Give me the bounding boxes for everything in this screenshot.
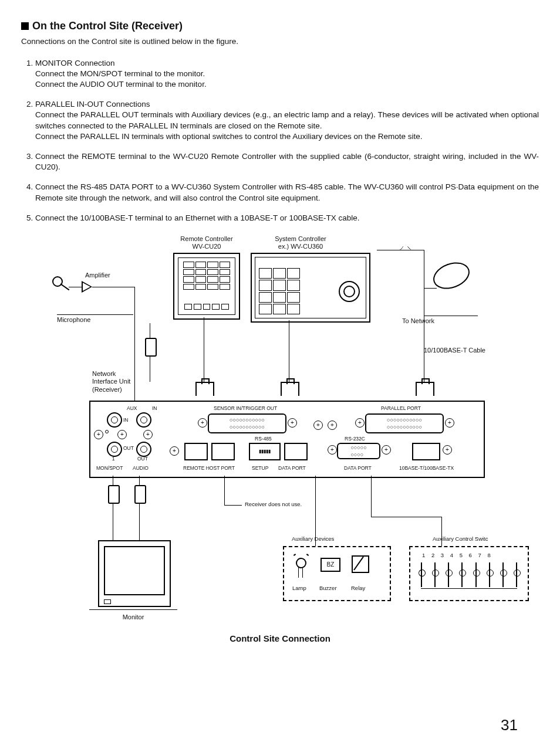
dataport1-label: DATA PORT: [278, 465, 306, 471]
receiver-unit: AUX IN IN + + + OUT 1 OUT MON/SPOT AUDIO…: [89, 401, 485, 478]
connector-icon: [134, 485, 146, 504]
connector-icon: [145, 338, 157, 357]
screw-icon: +: [328, 421, 337, 430]
title-text: On the Control Site (Receiver): [32, 20, 183, 32]
step-4-line-1: Connect the RS-485 DATA PORT to a WV-CU3…: [35, 182, 539, 202]
step-1: MONITOR Connection Connect the MON/SPOT …: [35, 58, 539, 90]
cable-label: 10/100BASE-T Cable: [424, 347, 485, 354]
intro-text: Connections on the Control site is outli…: [21, 36, 539, 47]
remote-host-port-label: REMOTE HOST PORT: [183, 465, 235, 471]
dip-switch-icon: ▮▮▮▮▮: [249, 443, 281, 460]
aux-switches-label: Auxiliary Control Switc: [433, 535, 488, 542]
niu-2: Interface Unit: [92, 378, 130, 385]
niu-1: Network: [92, 370, 116, 377]
microphone-label: Microphone: [57, 316, 90, 324]
one-label: 1: [107, 456, 120, 462]
rj-port-icon: [184, 443, 208, 460]
system-controller-icon: [251, 253, 370, 323]
rs485-label: RS-485: [255, 436, 272, 442]
rc-title: Remote Controller: [180, 235, 232, 242]
bnc-icon: [136, 442, 151, 457]
monspot-label: MON/SPOT: [96, 465, 123, 471]
step-4: Connect the RS-485 DATA PORT to a WV-CU3…: [35, 182, 539, 203]
step-2-line-2: Connect the PARALLEL IN terminals with o…: [35, 132, 423, 141]
sc-title: System Controller: [275, 235, 326, 242]
connection-diagram: Remote Controller WV-CU20 System Control…: [22, 235, 538, 646]
remote-controller-label: Remote Controller WV-CU20: [168, 235, 245, 250]
buzzer-icon: BZ: [321, 558, 340, 572]
rj45-icon: [281, 382, 299, 396]
bnc-icon: [107, 412, 122, 428]
step-5: Connect the 10/100BASE-T terminal to an …: [35, 213, 539, 223]
system-controller-label: System Controller ex.) WV-CU360: [257, 235, 345, 250]
rj45-icon: [195, 382, 214, 396]
screw-icon: +: [382, 445, 391, 455]
out2-label: OUT: [137, 456, 148, 462]
aux-devices-box: BZ Lamp Buzzer Relay: [283, 546, 391, 601]
step-2-head: PARALLEL IN-OUT Connections: [35, 99, 539, 110]
niu-label: Network Interface Unit (Receiver): [92, 370, 130, 394]
remote-controller-icon: [173, 253, 240, 320]
bnc-icon: [107, 442, 122, 457]
rc-model: WV-CU20: [193, 243, 221, 250]
sensor-trigger-label: SENSOR IN/TRIGGER OUT: [214, 405, 277, 411]
screw-icon: +: [117, 430, 127, 439]
section-title: On the Control Site (Receiver): [21, 19, 539, 33]
step-3: Connect the REMOTE terminal to the WV-CU…: [35, 151, 539, 172]
square-bullet-icon: [21, 22, 29, 30]
relay-label: Relay: [351, 585, 365, 591]
setup-label: SETUP: [252, 465, 268, 471]
to-network-label: To Network: [402, 317, 434, 325]
page-number: 31: [501, 715, 518, 735]
step-2-line-1: Connect the PARALLEL OUT terminals with …: [35, 110, 539, 130]
connector-icon: [108, 485, 120, 504]
rj-port-icon: [211, 443, 235, 460]
bnc-icon: [136, 412, 151, 428]
screw-icon: +: [198, 418, 207, 428]
rs232c-label: RS-232C: [345, 436, 365, 442]
lamp-label: Lamp: [292, 585, 306, 591]
screw-icon: +: [355, 418, 365, 428]
relay-icon: [352, 555, 369, 573]
step-1-head: MONITOR Connection: [35, 58, 539, 69]
rj-port-icon: [412, 443, 440, 460]
sc-model: ex.) WV-CU360: [278, 243, 323, 250]
receiver-note: Receiver does not use.: [245, 501, 302, 507]
audio-label: AUDIO: [133, 465, 149, 471]
switch-nums: 1 2 3 4 5 6 7 8: [422, 552, 493, 558]
screw-icon: +: [94, 430, 103, 439]
step-2: PARALLEL IN-OUT Connections Connect the …: [35, 99, 539, 142]
amplifier-icon: [82, 281, 92, 293]
step-5-line-1: Connect the 10/100BASE-T terminal to an …: [35, 213, 360, 222]
instruction-list: MONITOR Connection Connect the MON/SPOT …: [21, 58, 539, 224]
buzzer-label: Buzzer: [319, 585, 337, 591]
db-connector-icon: ○○○○○○○○○○○○○○○○○○○○○○: [208, 413, 286, 433]
monitor-label: Monitor: [110, 613, 157, 621]
screw-icon: +: [143, 430, 153, 439]
aux-switches-box: 1 2 3 4 5 6 7 8: [409, 546, 529, 601]
out-label: OUT: [123, 445, 134, 451]
rj45-icon: [416, 382, 434, 396]
monitor-icon: [98, 540, 171, 607]
in2-label: IN: [123, 417, 129, 423]
in-label: IN: [152, 405, 157, 411]
db-connector-icon: ○○○○○○○○○○○○○○○○○○○○○○: [365, 413, 444, 433]
step-1-line-2: Connect the AUDIO OUT terminal to the mo…: [35, 80, 207, 89]
rj-port-icon: [284, 443, 308, 460]
tbase-label: 10BASE-T/100BASE-TX: [399, 465, 454, 471]
aux-devices-label: Auxiliary Devices: [292, 535, 334, 542]
parallel-port-label: PARALLEL PORT: [381, 405, 421, 411]
dataport2-label: DATA PORT: [344, 465, 372, 471]
amplifier-label: Amplifier: [85, 272, 110, 279]
screw-icon: +: [170, 446, 179, 456]
diagram-caption: Control Site Connection: [22, 633, 538, 645]
aux-label: AUX: [127, 405, 137, 411]
step-1-line-1: Connect the MON/SPOT terminal to the mon…: [35, 69, 205, 78]
microphone-icon: [52, 276, 63, 287]
screw-icon: +: [288, 418, 297, 428]
step-3-line-1: Connect the REMOTE terminal to the WV-CU…: [35, 152, 539, 171]
screw-icon: +: [328, 445, 337, 455]
screw-icon: +: [313, 421, 323, 430]
screw-icon: +: [443, 445, 452, 455]
db9-icon: ○○○○○○○○○: [337, 443, 380, 459]
